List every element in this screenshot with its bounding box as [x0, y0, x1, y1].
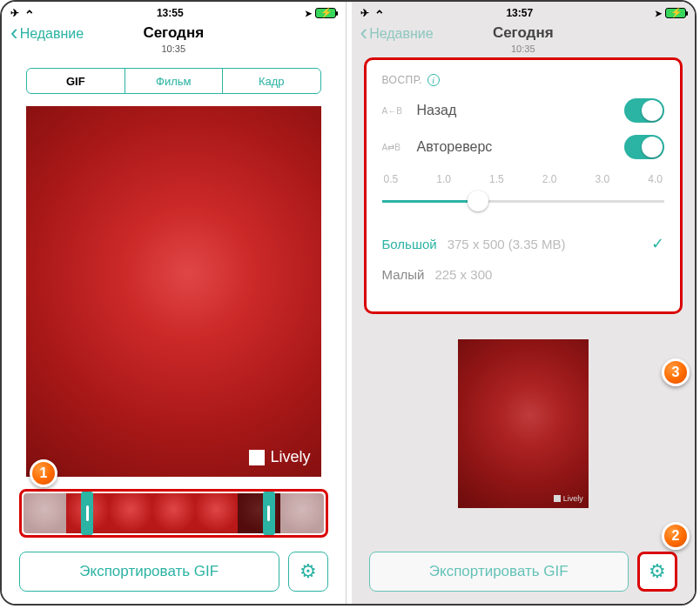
airplane-icon — [360, 7, 369, 19]
size-option-small[interactable]: Малый 225 x 300 — [382, 267, 665, 282]
reverse-icon: A←B — [382, 106, 405, 116]
export-row: Экспортировать GIF ⚙ — [369, 552, 678, 592]
info-icon[interactable]: i — [427, 74, 440, 86]
export-button[interactable]: Экспортировать GIF — [369, 552, 629, 592]
settings-button[interactable]: ⚙ — [637, 552, 677, 592]
back-label: Недавние — [20, 26, 84, 42]
preview-image-dimmed: Lively — [352, 339, 696, 508]
timeline-callout — [19, 489, 328, 538]
toggle-autoreverse[interactable] — [624, 135, 664, 159]
slider-knob[interactable] — [468, 191, 488, 211]
gear-icon: ⚙ — [300, 560, 317, 583]
wifi-icon — [24, 6, 35, 20]
battery-icon — [315, 8, 336, 18]
callout-badge-1: 1 — [30, 459, 57, 487]
seg-frame[interactable]: Кадр — [223, 69, 320, 93]
nav-header: Недавние Сегодня 10:35 — [2, 21, 346, 61]
gear-icon: ⚙ — [649, 560, 666, 583]
status-bar: 13:57 — [352, 2, 696, 21]
back-label: Недавние — [369, 26, 434, 42]
seg-film[interactable]: Фильм — [125, 69, 224, 93]
watermark: Lively — [249, 448, 310, 466]
option-reverse: A←B Назад — [382, 98, 665, 123]
page-subtitle: 10:35 — [2, 44, 346, 54]
status-time: 13:57 — [506, 7, 533, 19]
speed-scale: 0.5 1.0 1.5 2.0 3.0 4.0 — [384, 173, 663, 185]
toggle-reverse[interactable] — [624, 98, 664, 123]
callout-badge-3: 3 — [662, 358, 690, 386]
autoreverse-icon: A⇄B — [382, 143, 405, 152]
settings-panel: ВОСПР. i A←B Назад A⇄B Автореверс 0.5 1.… — [364, 57, 683, 314]
wifi-icon — [374, 6, 385, 20]
nav-header: Недавние Сегодня 10:35 — [352, 21, 696, 61]
status-bar: 13:55 — [2, 2, 346, 21]
back-button[interactable]: Недавние — [360, 26, 434, 42]
seg-gif[interactable]: GIF — [27, 69, 125, 93]
screenshot-left: 13:55 Недавние Сегодня 10:35 GIF Фильм К… — [2, 2, 347, 604]
callout-badge-2: 2 — [662, 522, 690, 550]
mode-segmented[interactable]: GIF Фильм Кадр — [26, 68, 321, 94]
airplane-icon — [10, 7, 19, 19]
check-icon: ✓ — [651, 234, 664, 253]
back-button[interactable]: Недавние — [10, 26, 84, 42]
trim-handle-left[interactable] — [81, 492, 93, 535]
trim-timeline[interactable] — [24, 493, 324, 533]
size-option-large[interactable]: Большой 375 x 500 (3.35 MB) ✓ — [382, 234, 665, 253]
settings-button[interactable]: ⚙ — [288, 552, 328, 592]
preview-image: Lively — [26, 106, 321, 477]
screenshot-right: 13:57 Недавние Сегодня 10:35 Lively — [352, 2, 696, 604]
location-icon — [305, 7, 312, 19]
status-time: 13:55 — [157, 7, 184, 19]
trim-handle-right[interactable] — [263, 492, 275, 535]
option-autoreverse: A⇄B Автореверс — [382, 135, 665, 159]
export-row: Экспортировать GIF ⚙ — [19, 552, 328, 592]
page-subtitle: 10:35 — [352, 44, 696, 54]
watermark: Lively — [554, 494, 583, 503]
playback-label: ВОСПР. i — [382, 74, 665, 86]
export-button[interactable]: Экспортировать GIF — [19, 552, 279, 592]
speed-slider[interactable] — [382, 192, 665, 210]
battery-icon — [665, 8, 686, 18]
location-icon — [655, 7, 662, 19]
